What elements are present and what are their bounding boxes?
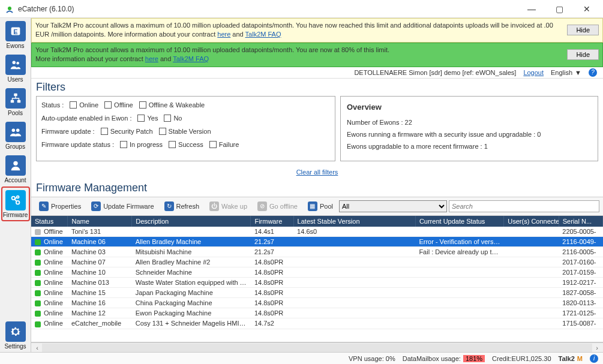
svg-point-13 (16, 196, 19, 198)
filter-autoupdate-yes[interactable]: Yes (137, 115, 158, 122)
gear-icon (5, 321, 26, 342)
firmware-table[interactable]: StatusNameDescriptionFirmwareLatest Stab… (31, 216, 603, 342)
column-header[interactable]: Description (132, 216, 251, 227)
table-row[interactable]: OnlineMachine 10Schneider Machine14.8s0P… (31, 267, 603, 277)
table-row[interactable]: OfflineToni's 13114.4s114.6s02205-0005- (31, 227, 603, 237)
sidebar-item-ewons[interactable]: E Ewons (1, 19, 30, 51)
search-input[interactable] (449, 200, 599, 212)
online-status-icon (35, 239, 41, 245)
fm-title: Firmware Management (31, 179, 603, 197)
sidebar-item-settings[interactable]: Settings (1, 319, 30, 351)
filter-label: Status : (41, 101, 64, 109)
table-row[interactable]: OnlineMachine 12Ewon Packaging Machine14… (31, 308, 603, 318)
filter-success[interactable]: Success (169, 141, 203, 148)
go-offline-button: ⊘Go offline (253, 199, 302, 213)
scroll-left-icon[interactable]: ‹ (32, 344, 42, 352)
svg-text:E: E (13, 28, 17, 35)
column-header[interactable]: Firmware (251, 216, 293, 227)
filter-label: Firmware update : (41, 128, 95, 135)
help-icon[interactable]: ? (589, 68, 597, 77)
column-header[interactable]: Serial N... (559, 216, 602, 227)
column-header[interactable]: User(s) Connected (504, 216, 559, 227)
pools-icon (5, 88, 26, 109)
notif-link-here[interactable]: here (217, 31, 230, 38)
properties-icon: ✎ (39, 201, 49, 211)
sidebar-item-groups[interactable]: Groups (1, 119, 30, 152)
clear-filters-link[interactable]: Clear all filters (296, 169, 338, 176)
wakeup-icon: ⏻ (209, 201, 219, 211)
svg-point-8 (11, 129, 14, 133)
filter-failure[interactable]: Failure (209, 141, 239, 148)
sidebar-label: Users (7, 76, 23, 83)
offline-status-icon (35, 229, 41, 235)
filter-stable-version[interactable]: Stable Version (159, 128, 211, 135)
properties-button[interactable]: ✎Properties (35, 199, 85, 213)
svg-rect-5 (14, 94, 17, 97)
info-icon[interactable]: i (590, 354, 598, 363)
table-row[interactable]: OnlineMachine 06Allen Bradley Machine21.… (31, 236, 603, 246)
datamailbox-usage: DataMailbox usage: 181% (403, 355, 485, 362)
usage-badge: 181% (463, 355, 485, 362)
notif-link-faq[interactable]: Talk2M FAQ (245, 31, 281, 38)
filter-security-patch[interactable]: Security Patch (101, 128, 153, 135)
hide-info-button[interactable]: Hide (567, 49, 599, 60)
minimize-button[interactable]: — (518, 1, 545, 17)
filters-title: Filters (31, 79, 603, 96)
column-header[interactable]: Latest Stable Version (293, 216, 415, 227)
pool-select[interactable]: All (339, 200, 447, 212)
online-status-icon (35, 260, 41, 266)
filter-wakeable[interactable]: Offline & Wakeable (139, 101, 205, 109)
close-button[interactable]: ✕ (573, 1, 601, 17)
logout-link[interactable]: Logout (523, 69, 544, 76)
filter-inprogress[interactable]: In progress (120, 141, 163, 148)
svg-rect-7 (17, 100, 20, 103)
column-header[interactable]: Current Update Status (415, 216, 503, 227)
horizontal-scrollbar[interactable]: ‹ › (31, 342, 603, 352)
main-content: Your Talk2M Pro account allows a maximum… (31, 18, 603, 352)
vpn-usage: VPN usage: 0% (349, 355, 395, 362)
sidebar-item-users[interactable]: Users (1, 52, 30, 85)
table-row[interactable]: OnlineMachine 15Japan Packaging Machine1… (31, 288, 603, 298)
sidebar-item-pools[interactable]: Pools (1, 86, 30, 118)
filter-online[interactable]: Online (70, 101, 98, 109)
users-icon (5, 55, 26, 75)
svg-point-0 (8, 7, 11, 10)
column-header[interactable]: Status (31, 216, 68, 227)
sidebar-label: Ewons (6, 43, 24, 49)
pool-button[interactable]: ▦Pool (304, 199, 337, 213)
notif-link-here[interactable]: here (145, 55, 158, 62)
table-row[interactable]: OnlineMachine 07Allen Bradley Machine #2… (31, 257, 603, 267)
language-dropdown[interactable]: English▼ (551, 69, 581, 76)
sidebar-label: Firmware (3, 212, 28, 218)
scroll-right-icon[interactable]: › (592, 344, 602, 352)
pool-icon: ▦ (308, 201, 317, 211)
table-row[interactable]: OnlineMachine 013Waste Water Station equ… (31, 278, 603, 288)
refresh-icon: ↻ (164, 201, 174, 211)
notification-info: Your Talk2M Pro account allows a maximum… (31, 43, 603, 67)
overview-upgradable: Ewons upgradable to a more recent firmwa… (347, 143, 592, 150)
filter-offline[interactable]: Offline (104, 101, 133, 109)
svg-point-3 (12, 61, 16, 65)
notification-warning: Your Talk2M Pro account allows a maximum… (31, 18, 603, 43)
online-status-icon (35, 300, 41, 306)
hide-warning-button[interactable]: Hide (567, 25, 599, 35)
table-row[interactable]: OnlineMachine 03Mitsubishi Machine21.2s7… (31, 246, 603, 257)
column-header[interactable]: Name (68, 216, 132, 227)
update-icon: ⟳ (91, 201, 101, 211)
table-row[interactable]: OnlineeCatcher_mobileCosy 131 + Schneide… (31, 318, 603, 329)
table-row[interactable]: OnlineMachine 16China Packaging Machine1… (31, 298, 603, 308)
titlebar: eCatcher (6.10.0) — ▢ ✕ (0, 0, 603, 18)
refresh-button[interactable]: ↻Refresh (160, 199, 204, 213)
filters-panel: Status : Online Offline Offline & Wakeab… (36, 96, 335, 161)
online-status-icon (35, 321, 41, 327)
app-title: eCatcher (6.10.0) (18, 5, 518, 13)
sidebar-label: Pools (8, 110, 23, 116)
sidebar-item-firmware[interactable]: Firmware (1, 186, 30, 221)
maximize-button[interactable]: ▢ (545, 1, 573, 17)
svg-point-9 (16, 129, 19, 133)
current-user: DETOLLENAERE Simon [sdr] demo [ref: eWON… (354, 69, 516, 76)
update-firmware-button[interactable]: ⟳Update Firmware (87, 199, 158, 213)
sidebar-item-account[interactable]: Account (1, 153, 30, 185)
notif-link-faq[interactable]: Talk2M FAQ (173, 55, 209, 62)
filter-autoupdate-no[interactable]: No (164, 115, 182, 122)
